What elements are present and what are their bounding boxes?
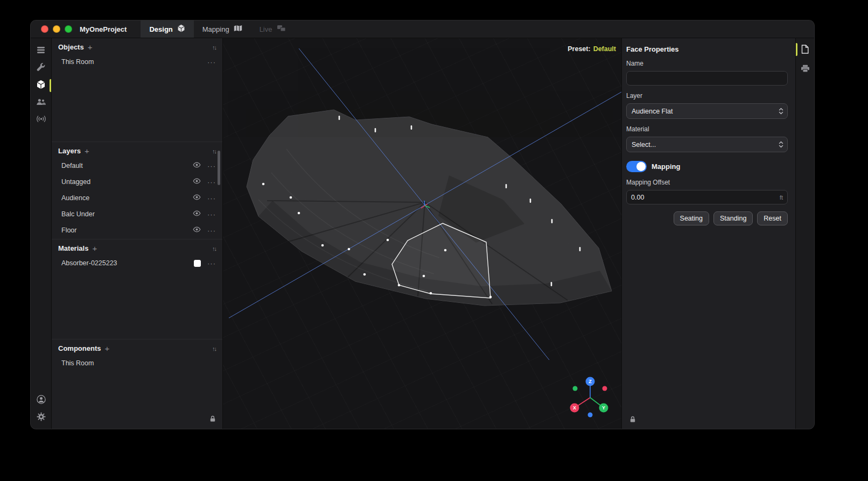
- tab-bar: Design Mapping Live: [141, 20, 294, 38]
- more-button[interactable]: ···: [207, 162, 216, 169]
- eye-icon[interactable]: [193, 227, 201, 234]
- material-label: Absorber-0225223: [61, 259, 117, 267]
- layers-title: Layers: [58, 147, 81, 155]
- more-button[interactable]: ···: [207, 59, 216, 66]
- tools-button[interactable]: [31, 60, 51, 77]
- titlebar: MyOneProject Design Mapping Live: [31, 20, 814, 38]
- more-button[interactable]: ···: [207, 227, 216, 234]
- more-button[interactable]: ···: [207, 195, 216, 202]
- layer-label: Audience: [61, 194, 89, 202]
- minimize-window-button[interactable]: [53, 25, 60, 33]
- map-icon: [234, 25, 242, 33]
- properties-panel-button[interactable]: [801, 45, 809, 56]
- layers-scrollbar[interactable]: [218, 151, 220, 185]
- layer-label: Default: [61, 162, 83, 169]
- panel-title: Face Properties: [626, 45, 788, 53]
- more-button[interactable]: ···: [207, 260, 216, 267]
- sort-components-button[interactable]: ↑↓: [212, 345, 216, 352]
- tab-mapping-label: Mapping: [202, 25, 229, 33]
- preset-value[interactable]: Default: [593, 45, 616, 53]
- sort-layers-button[interactable]: ↑↓: [212, 148, 216, 154]
- document-icon: [801, 46, 809, 55]
- name-input[interactable]: [626, 71, 788, 86]
- more-button[interactable]: ···: [207, 179, 216, 186]
- objects-stack-button[interactable]: [31, 43, 51, 60]
- mapping-label: Mapping: [652, 162, 680, 171]
- layer-select-value: Audience Flat: [632, 108, 673, 115]
- settings-button[interactable]: [31, 409, 51, 426]
- material-swatch[interactable]: [194, 260, 201, 267]
- cube-icon: [177, 24, 185, 34]
- broadcast-button[interactable]: [31, 111, 51, 129]
- design-mode-button[interactable]: [31, 77, 51, 94]
- standing-button[interactable]: Standing: [713, 211, 753, 225]
- material-row-absorber[interactable]: Absorber-0225223 ···: [52, 255, 222, 271]
- material-select[interactable]: Select...: [626, 137, 788, 152]
- component-row-this-room[interactable]: This Room: [52, 355, 222, 371]
- layers-section: Layers + ↑↓ Default ··· Untagged: [52, 142, 222, 239]
- mapping-offset-label: Mapping Offset: [626, 179, 788, 186]
- add-object-button[interactable]: +: [88, 43, 93, 51]
- cube-icon: [36, 80, 46, 92]
- screens-icon: [277, 25, 286, 33]
- add-component-button[interactable]: +: [104, 344, 109, 352]
- panel-lock-button[interactable]: [629, 415, 636, 425]
- svg-text:Z: Z: [589, 379, 592, 384]
- layer-label: Layer: [626, 92, 788, 100]
- left-sidebar: Objects + ↑↓ This Room ··· Layers + ↑↓ D: [52, 38, 223, 429]
- viewport-canvas[interactable]: Preset:Default ZXY: [223, 38, 621, 429]
- traffic-lights: [31, 25, 72, 33]
- layer-select[interactable]: Audience Flat: [626, 103, 788, 119]
- add-material-button[interactable]: +: [92, 244, 97, 252]
- material-select-value: Select...: [632, 141, 656, 148]
- eye-icon[interactable]: [193, 178, 201, 186]
- name-label: Name: [626, 60, 788, 67]
- components-title: Components: [58, 344, 101, 352]
- layer-row-default[interactable]: Default ···: [52, 158, 222, 174]
- collaborators-button[interactable]: [31, 94, 51, 111]
- account-icon: [37, 395, 46, 406]
- preset-indicator: Preset:Default: [568, 45, 616, 53]
- tab-live[interactable]: Live: [251, 20, 295, 38]
- tab-mapping[interactable]: Mapping: [194, 20, 251, 38]
- eye-icon[interactable]: [193, 162, 201, 169]
- toggle-knob: [636, 162, 646, 171]
- app-window: MyOneProject Design Mapping Live: [31, 20, 814, 429]
- component-label: This Room: [61, 359, 94, 367]
- close-window-button[interactable]: [41, 25, 48, 33]
- sidebar-lock-button[interactable]: [209, 415, 216, 425]
- objects-section: Objects + ↑↓ This Room ···: [52, 38, 222, 142]
- chevron-up-down-icon: [778, 140, 784, 148]
- sort-materials-button[interactable]: ↑↓: [212, 245, 216, 252]
- output-panel-button[interactable]: [801, 65, 810, 75]
- materials-section: Materials + ↑↓ Absorber-0225223 ···: [52, 239, 222, 339]
- left-tool-rail: [31, 38, 52, 429]
- active-tool-indicator: [50, 79, 51, 92]
- seating-button[interactable]: Seating: [674, 211, 709, 225]
- add-layer-button[interactable]: +: [85, 147, 89, 155]
- materials-title: Materials: [58, 244, 88, 252]
- tab-design[interactable]: Design: [141, 20, 193, 38]
- layer-row-untagged[interactable]: Untagged ···: [52, 174, 222, 190]
- layer-row-audience[interactable]: Audience ···: [52, 190, 222, 206]
- layer-label: Floor: [61, 227, 76, 234]
- reset-button[interactable]: Reset: [757, 211, 788, 225]
- more-button[interactable]: ···: [207, 211, 216, 218]
- layer-row-floor[interactable]: Floor ···: [52, 222, 222, 238]
- eye-icon[interactable]: [193, 210, 201, 218]
- sort-objects-button[interactable]: ↑↓: [212, 44, 216, 51]
- wrench-icon: [37, 63, 45, 74]
- chevron-up-down-icon: [778, 107, 784, 115]
- right-panel-rail: [795, 38, 814, 429]
- eye-icon[interactable]: [193, 194, 201, 202]
- account-button[interactable]: [31, 392, 51, 409]
- layer-row-balc-under[interactable]: Balc Under ···: [52, 206, 222, 222]
- mapping-offset-input[interactable]: [626, 190, 788, 204]
- mapping-toggle[interactable]: [626, 161, 647, 172]
- active-panel-indicator: [796, 43, 797, 56]
- object-label: This Room: [61, 58, 94, 66]
- object-row-this-room[interactable]: This Room ···: [52, 54, 222, 70]
- orientation-gizmo[interactable]: ZXY: [561, 368, 620, 427]
- zoom-window-button[interactable]: [65, 25, 72, 33]
- unit-label: ft: [780, 194, 783, 201]
